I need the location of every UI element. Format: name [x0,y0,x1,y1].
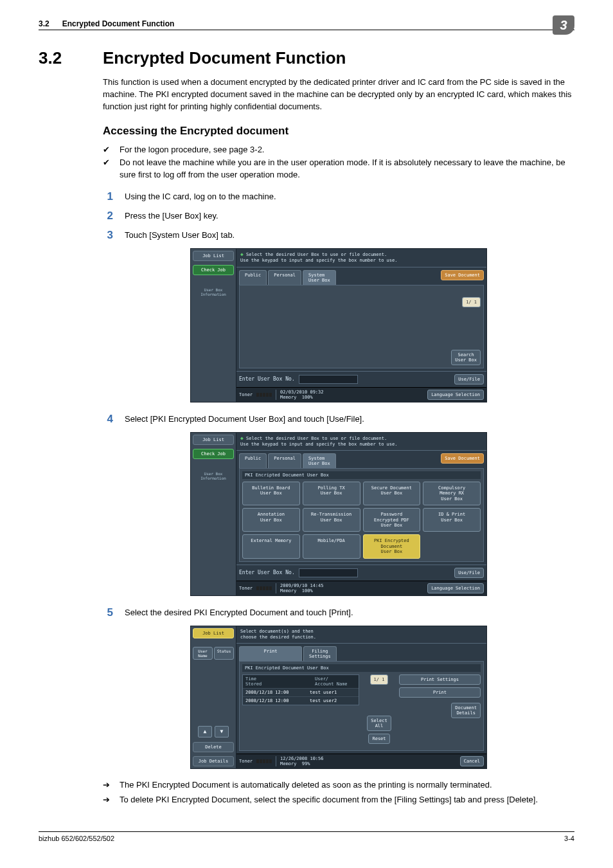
step: 5 Select the desired PKI Encrypted Docum… [103,606,574,619]
save-document-button[interactable]: Save Document [441,453,484,464]
step-text: Select the desired PKI Encrypted Documen… [125,606,353,617]
move-up-icon[interactable]: ▲ [198,726,212,737]
footer-page: 3-4 [564,835,574,842]
step-text: Touch [System User Box] tab. [125,229,235,240]
check-job-tab[interactable]: Check Job [193,449,234,459]
public-tab[interactable]: Public [239,453,267,468]
external-memory-button[interactable]: External Memory [242,534,300,558]
intro-paragraph: This function is used when a document en… [103,77,574,113]
language-selection-button[interactable]: Language Selection [427,583,484,593]
system-user-box-tab[interactable]: System User Box [303,453,336,468]
job-details-button[interactable]: Job Details [193,756,234,766]
section-number: 3.2 [39,48,77,68]
job-list-tab[interactable]: Job List [193,435,234,445]
job-list-tab[interactable]: Job List [193,251,234,261]
check-job-tab[interactable]: Check Job [193,265,234,275]
page-indicator: 1/ 1 [370,674,389,685]
user-name-column[interactable]: User Name [193,647,213,660]
step-text: Press the [User Box] key. [125,210,218,221]
annotation-box-button[interactable]: Annotation User Box [242,508,300,532]
print-tab[interactable]: Print [239,646,302,661]
language-selection-button[interactable]: Language Selection [427,390,484,400]
public-tab[interactable]: Public [239,270,267,285]
step: 2 Press the [User Box] key. [103,210,574,222]
secure-document-box-button[interactable]: Secure Document User Box [363,482,421,505]
pki-encrypted-box-button[interactable]: PKI Encrypted Document User Box [363,534,421,558]
page-indicator: 1/ 1 [462,297,481,307]
check-item: For the logon procedure, see page 3-2. [120,144,264,156]
use-file-button[interactable]: Use/File [454,568,484,578]
step-number: 4 [103,413,113,426]
datetime-label: 2009/09/10 14:45 [280,583,323,588]
memory-pct: 100% [302,588,313,593]
table-row[interactable]: 2008/12/18 12:00 test user2 [243,696,359,705]
cell-time: 2008/12/18 12:00 [245,690,310,695]
use-file-button[interactable]: Use/File [454,374,484,384]
table-row[interactable]: 2008/12/18 12:00 test user1 [243,688,359,696]
document-details-button[interactable]: Document Details [451,703,481,718]
memory-label: Memory [280,395,296,400]
personal-tab[interactable]: Personal [268,270,301,285]
header-line: Use the keypad to input and specify the … [240,258,397,263]
reset-button[interactable]: Reset [368,734,389,744]
filing-settings-tab[interactable]: Filing Settings [303,646,337,661]
panel-subtitle: PKI Encripted Document User Box [242,471,481,479]
memory-label: Memory [280,588,296,593]
toner-label: Toner [239,759,253,764]
system-user-box-tab[interactable]: System User Box [303,270,336,285]
datetime-label: 02/03/2010 09:32 [280,390,323,395]
datetime-label: 12/26/2008 10:56 [280,756,323,761]
header-section-number: 3.2 [39,19,49,28]
step: 4 Select [PKI Encrypted Document User Bo… [103,413,574,426]
status-column[interactable]: Status [214,647,234,660]
cancel-button[interactable]: Cancel [460,756,484,766]
chapter-badge: 3 [553,15,574,35]
bulletin-board-box-button[interactable]: Bulletin Board User Box [242,482,300,505]
panel-header: ◆ Select the desired User Box to use or … [236,249,486,267]
page-footer: bizhub 652/602/552/502 3-4 [39,831,574,842]
prerequisite-list: For the logon procedure, see page 3-2. D… [103,144,574,182]
select-all-button[interactable]: Select All [367,716,391,731]
header-line: Select the desired User Box to use or fi… [246,252,387,257]
toner-label: Toner [239,392,253,397]
print-button[interactable]: Print [399,687,481,698]
step-number: 1 [103,190,113,203]
compulsory-memory-rx-box-button[interactable]: Compulsory Memory RX User Box [423,482,481,505]
password-pdf-box-button[interactable]: Password Encrypted PDF User Box [363,508,421,532]
move-down-icon[interactable]: ▼ [215,726,229,737]
marker-icon: ◆ [240,435,244,441]
subsection-title: Accessing the Encrypted document [103,125,574,138]
cell-name: test user2 [310,698,337,703]
polling-tx-box-button[interactable]: Polling TX User Box [303,482,360,505]
personal-tab[interactable]: Personal [268,453,301,468]
user-box-info-label: User Box Information [193,470,234,482]
retransmission-box-button[interactable]: Re-Transmission User Box [303,508,360,532]
mobile-pda-button[interactable]: Mobile/PDA [303,534,360,558]
panel-header: ◆ Select the desired User Box to use or … [236,433,486,451]
memory-label: Memory [280,761,296,766]
search-user-box-button[interactable]: Search User Box [451,350,481,365]
check-item: Do not leave the machine while you are i… [120,157,574,181]
panel-subtitle: PKI Encripted Document User Box [242,664,481,672]
screenshot-system-user-boxes: Job List Check Job User Box Information … [190,432,487,596]
save-document-button[interactable]: Save Document [441,270,484,280]
col-user-account: User/ Account Name [312,675,350,688]
print-settings-button[interactable]: Print Settings [399,674,481,685]
running-header: 3.2 Encrypted Document Function 3 [39,19,574,30]
header-line: choose the desired function. [240,635,316,640]
arrow-item: The PKI Encrypted Document is automatica… [120,779,492,791]
delete-button[interactable]: Delete [193,742,234,752]
section-title: Encrypted Document Function [103,48,346,68]
document-list-table: Time Stored User/ Account Name 2008/12/1… [242,674,359,705]
box-number-input[interactable] [299,375,358,384]
toner-indicator-icon [256,586,272,590]
step-text: Select [PKI Encrypted Document User Box]… [125,413,364,424]
header-section-title: Encrypted Document Function [62,19,175,28]
id-print-box-button[interactable]: ID & Print User Box [423,508,481,532]
marker-icon: ◆ [240,251,244,257]
box-number-input[interactable] [299,568,358,577]
memory-pct: 100% [302,395,313,400]
cell-name: test user1 [310,690,337,695]
job-list-tab[interactable]: Job List [193,628,234,638]
screenshot-user-box: Job List Check Job User Box Information … [190,248,487,402]
